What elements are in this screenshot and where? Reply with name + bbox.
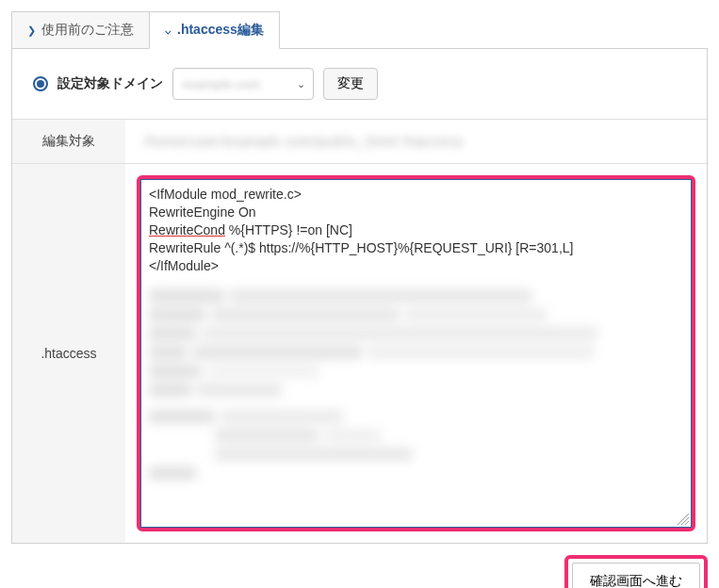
footer: 確認画面へ進む	[11, 544, 708, 588]
confirm-highlight: 確認画面へ進む	[564, 555, 708, 588]
edit-target-value: /home/user/example.com/public_html/.htac…	[144, 134, 464, 149]
domain-select-value: example.com	[183, 77, 261, 91]
change-button[interactable]: 変更	[323, 68, 378, 100]
edit-target-value-cell: /home/user/example.com/public_html/.htac…	[125, 120, 707, 164]
panel: 設定対象ドメイン example.com ⌄ 変更 編集対象 /home/use…	[11, 49, 708, 544]
tab-htaccess-edit-label: .htaccess編集	[177, 22, 264, 39]
edit-target-label: 編集対象	[12, 120, 125, 164]
domain-select[interactable]: example.com ⌄	[172, 68, 314, 100]
htaccess-code: <IfModule mod_rewrite.c> RewriteEngine O…	[149, 186, 683, 274]
blurred-content	[149, 289, 683, 480]
chevron-down-icon: ⌵	[165, 24, 172, 37]
tab-notes-label: 使用前のご注意	[41, 22, 134, 39]
domain-label: 設定対象ドメイン	[57, 75, 163, 92]
radio-selected-icon[interactable]	[33, 76, 48, 91]
config-table: 編集対象 /home/user/example.com/public_html/…	[12, 119, 707, 543]
tab-notes[interactable]: ❯ 使用前のご注意	[11, 11, 150, 48]
chevron-down-icon: ⌄	[297, 78, 305, 90]
chevron-right-icon: ❯	[27, 24, 36, 37]
htaccess-row: .htaccess <IfModule mod_rewrite.c> Rewri…	[12, 164, 707, 544]
textarea-highlight: <IfModule mod_rewrite.c> RewriteEngine O…	[137, 175, 695, 531]
tab-htaccess-edit[interactable]: ⌵ .htaccess編集	[149, 11, 280, 49]
htaccess-label: .htaccess	[12, 164, 125, 544]
resize-handle-icon[interactable]	[678, 514, 689, 525]
domain-row: 設定対象ドメイン example.com ⌄ 変更	[12, 49, 707, 119]
tab-bar: ❯ 使用前のご注意 ⌵ .htaccess編集	[11, 11, 708, 49]
edit-target-row: 編集対象 /home/user/example.com/public_html/…	[12, 120, 707, 164]
htaccess-cell: <IfModule mod_rewrite.c> RewriteEngine O…	[125, 164, 707, 544]
htaccess-textarea[interactable]: <IfModule mod_rewrite.c> RewriteEngine O…	[140, 179, 692, 528]
confirm-button[interactable]: 確認画面へ進む	[572, 563, 700, 588]
